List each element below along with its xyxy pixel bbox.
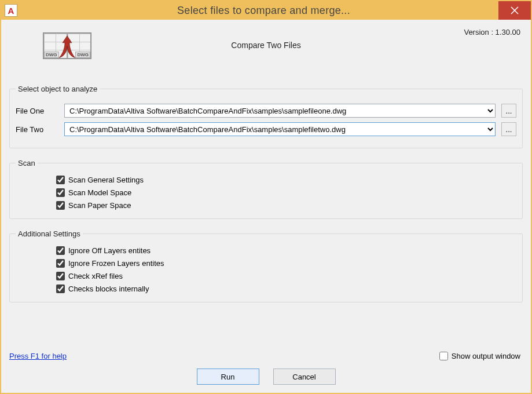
addl-item-label: Check xRef files	[68, 272, 123, 280]
addl-item-checkbox[interactable]	[56, 246, 65, 255]
show-output-container: Show output window	[439, 352, 520, 360]
cancel-button[interactable]: Cancel	[273, 369, 336, 385]
footer-area: Press F1 for help Show output window Run…	[9, 348, 523, 385]
scan-item-checkbox[interactable]	[56, 201, 65, 210]
close-icon	[511, 6, 519, 14]
dialog-window: A Select files to compare and merge... D…	[0, 0, 532, 394]
scan-item-label: Scan General Settings	[68, 176, 144, 184]
scan-item-row: Scan Model Space	[56, 186, 516, 199]
file-one-browse-button[interactable]: ...	[501, 104, 516, 118]
file-two-browse-button[interactable]: ...	[501, 122, 516, 136]
addl-item-checkbox[interactable]	[56, 272, 65, 280]
scan-item-checkbox[interactable]	[56, 176, 65, 184]
icon-tag-right: DWG	[75, 52, 90, 58]
file-two-row: File Two C:\ProgramData\Altiva Software\…	[16, 122, 516, 136]
addl-item-checkbox[interactable]	[56, 284, 65, 293]
scan-item-label: Scan Paper Space	[68, 201, 131, 210]
scan-item-checkbox[interactable]	[56, 188, 65, 197]
version-label: Version : 1.30.00	[464, 28, 520, 37]
addl-item-checkbox[interactable]	[56, 259, 65, 268]
file-one-label: File One	[16, 107, 58, 115]
addl-item-label: Checks blocks internally	[68, 284, 149, 293]
additional-settings-legend: Additional Settings	[16, 229, 83, 238]
file-two-combo[interactable]: C:\ProgramData\Altiva Software\BatchComp…	[64, 122, 496, 136]
select-object-group: Select object to analyze File One C:\Pro…	[9, 85, 523, 148]
header-title: Compare Two Files	[9, 41, 523, 50]
window-title: Select files to compare and merge...	[17, 5, 498, 17]
file-one-row: File One C:\ProgramData\Altiva Software\…	[16, 104, 516, 118]
show-output-checkbox[interactable]	[439, 352, 448, 360]
file-one-combo[interactable]: C:\ProgramData\Altiva Software\BatchComp…	[64, 104, 496, 118]
addl-item-label: Ignore Off Layers entites	[68, 246, 151, 255]
help-link[interactable]: Press F1 for help	[9, 352, 67, 360]
addl-item-row: Ignore Frozen Layers entites	[56, 257, 516, 269]
select-object-legend: Select object to analyze	[16, 85, 100, 93]
action-button-row: Run Cancel	[9, 369, 523, 385]
addl-item-label: Ignore Frozen Layers entites	[68, 259, 164, 268]
addl-item-row: Check xRef files	[56, 269, 516, 282]
scan-item-label: Scan Model Space	[68, 188, 131, 197]
icon-tag-left: DWG	[44, 52, 59, 58]
addl-item-row: Ignore Off Layers entites	[56, 244, 516, 257]
header-row: DWG DWG Compare Two Files Version : 1.30…	[9, 30, 523, 67]
run-button[interactable]: Run	[197, 369, 259, 385]
scan-item-row: Scan Paper Space	[56, 199, 516, 211]
additional-settings-group: Additional Settings Ignore Off Layers en…	[9, 229, 523, 302]
scan-legend: Scan	[16, 159, 38, 167]
app-badge-letter: A	[8, 6, 14, 16]
app-badge-icon: A	[5, 4, 17, 17]
close-button[interactable]	[498, 1, 531, 20]
titlebar: A Select files to compare and merge...	[1, 1, 531, 20]
scan-checkbox-stack: Scan General SettingsScan Model SpaceSca…	[56, 173, 516, 211]
footer-row: Press F1 for help Show output window	[9, 348, 523, 364]
scan-group: Scan Scan General SettingsScan Model Spa…	[9, 159, 523, 219]
file-two-label: File Two	[16, 125, 58, 134]
dialog-client: DWG DWG Compare Two Files Version : 1.30…	[1, 20, 531, 393]
scan-item-row: Scan General Settings	[56, 173, 516, 186]
show-output-label: Show output window	[452, 352, 520, 360]
additional-checkbox-stack: Ignore Off Layers entitesIgnore Frozen L…	[56, 244, 516, 295]
addl-item-row: Checks blocks internally	[56, 282, 516, 295]
